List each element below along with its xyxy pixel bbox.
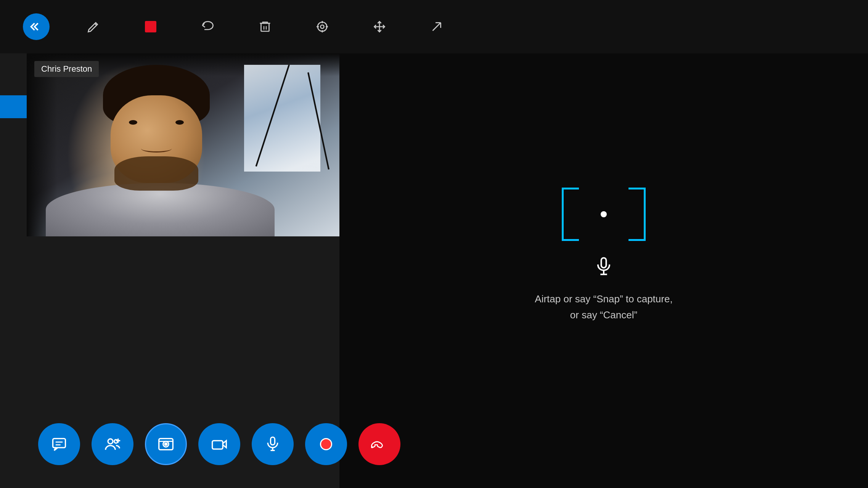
screenshot-icon — [158, 436, 174, 453]
microphone-icon — [264, 436, 281, 453]
svg-line-10 — [433, 23, 441, 31]
snap-icon — [430, 20, 444, 34]
camera-icon — [211, 436, 228, 453]
svg-point-4 — [318, 22, 327, 31]
hint-text: Airtap or say “Snap” to capture, or say … — [535, 291, 672, 323]
back-icon — [29, 20, 43, 34]
back-button[interactable] — [23, 13, 50, 40]
sidebar-accent — [0, 95, 27, 118]
stop-icon — [145, 21, 156, 32]
sidebar-strip — [0, 53, 27, 488]
record-button[interactable] — [305, 423, 347, 465]
person-eye-left — [129, 120, 137, 125]
right-panel: Airtap or say “Snap” to capture, or say … — [339, 53, 868, 488]
chat-button[interactable] — [38, 423, 80, 465]
svg-rect-27 — [212, 441, 223, 449]
screenshot-button[interactable] — [145, 423, 187, 465]
video-container: Chris Preston — [27, 53, 339, 488]
mic-svg — [594, 256, 614, 276]
move-icon — [373, 20, 386, 34]
chat-icon — [51, 436, 68, 453]
viewfinder — [562, 188, 646, 241]
participants-button[interactable] — [92, 423, 133, 465]
target-button[interactable] — [309, 13, 336, 40]
end-call-button[interactable] — [358, 423, 400, 465]
camera-button[interactable] — [198, 423, 240, 465]
person-body — [46, 183, 275, 236]
participant-name-text: Chris Preston — [41, 64, 92, 74]
participant-name-label: Chris Preston — [34, 61, 99, 77]
hint-line-1: Airtap or say “Snap” to capture, — [535, 291, 672, 307]
bracket-left — [562, 188, 579, 241]
participants-icon — [104, 436, 121, 453]
svg-rect-1 — [261, 23, 269, 31]
svg-rect-28 — [271, 437, 275, 445]
delete-icon — [258, 20, 272, 34]
microphone-icon-large — [594, 256, 614, 276]
pen-button[interactable] — [80, 13, 107, 40]
delete-button[interactable] — [252, 13, 278, 40]
person-eye-right — [175, 120, 184, 125]
undo-button[interactable] — [194, 13, 221, 40]
bracket-right — [628, 188, 646, 241]
svg-point-19 — [108, 439, 113, 444]
person-beard — [114, 156, 198, 191]
viewfinder-dot — [601, 211, 607, 217]
target-icon — [315, 20, 329, 34]
record-dot — [320, 438, 332, 450]
undo-icon — [201, 20, 215, 34]
svg-point-25 — [165, 443, 167, 445]
move-button[interactable] — [366, 13, 393, 40]
end-call-icon — [371, 436, 388, 453]
snap-button[interactable] — [423, 13, 450, 40]
stop-button[interactable] — [137, 13, 164, 40]
svg-rect-13 — [601, 258, 606, 268]
video-feed: Chris Preston — [27, 53, 339, 236]
bottom-controls — [0, 423, 868, 465]
svg-point-5 — [321, 25, 324, 29]
microphone-button[interactable] — [252, 423, 294, 465]
toolbar — [0, 0, 868, 53]
hint-line-2: or say “Cancel” — [535, 307, 672, 323]
person-smile — [141, 145, 172, 152]
main-content: Chris Preston Airtap or say “Snap” to ca… — [0, 53, 868, 488]
svg-rect-16 — [53, 438, 66, 448]
pen-icon — [87, 20, 100, 34]
